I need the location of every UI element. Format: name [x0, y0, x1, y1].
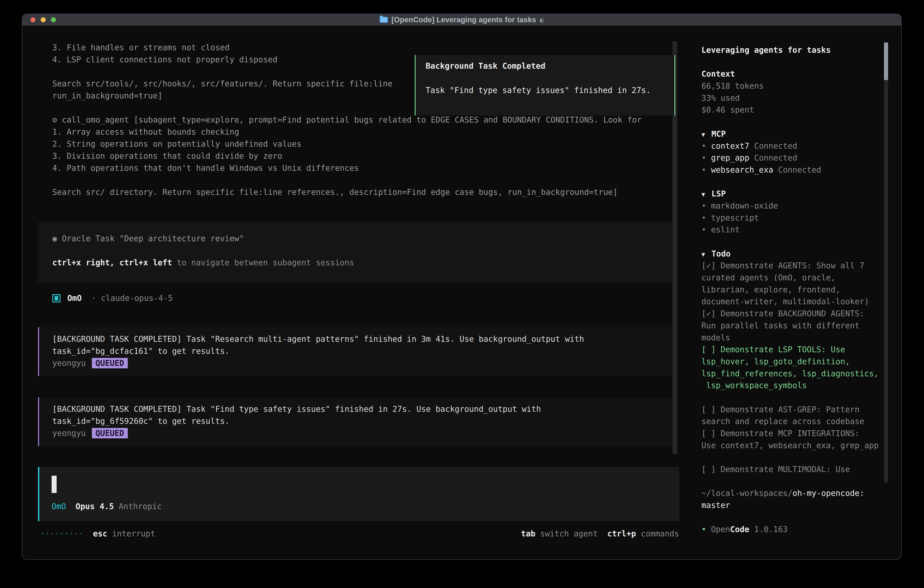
context-tokens: 66,518 tokens: [701, 80, 901, 92]
tool-call-text: call_omo_agent [subagent_type=explore, p…: [62, 115, 642, 124]
prompt-input[interactable]: OmO Opus 4.5 Anthropic: [38, 467, 679, 521]
text-cursor: [52, 476, 57, 493]
task-line: task_id="bg_dcfac161" to get results.: [52, 345, 676, 357]
input-model-name: Opus 4.5: [66, 502, 114, 511]
agent-icon: [52, 294, 61, 302]
bullet-icon: •: [701, 165, 706, 174]
triangle-down-icon: ▼: [701, 249, 711, 261]
tool-call-line: ⚙ call_omo_agent [subagent_type=explore,…: [52, 114, 642, 126]
todo-line: [ ] Demonstrate MULTIMODAL: Use: [701, 463, 901, 476]
spinner-dots-icon: ·········: [40, 528, 83, 540]
record-icon: ◉: [52, 234, 57, 243]
lsp-item: • markdown-oxide: [701, 200, 901, 212]
spacer: [701, 391, 901, 404]
todo-line: curated agents (OmO, oracle,: [701, 272, 901, 284]
spacer: [701, 236, 901, 248]
oracle-hint-keys: ctrl+x right, ctrl+x left: [52, 258, 172, 267]
input-provider-name: Anthropic: [114, 502, 162, 511]
agent-model: · claude-opus-4-5: [82, 292, 173, 304]
triangle-down-icon: ▼: [701, 188, 711, 201]
task-line: task_id="bg_6f59260c" to get results.: [52, 415, 676, 427]
status-badge: QUEUED: [92, 428, 128, 438]
spacer: [701, 511, 901, 524]
agent-header: OmO · claude-opus-4-5: [52, 292, 173, 304]
triangle-down-icon: ▼: [701, 129, 711, 141]
half-circle-icon: ◐: [540, 16, 544, 24]
task-result-card: [BACKGROUND TASK COMPLETED] Task "Find t…: [38, 397, 676, 446]
context-heading: Context: [701, 68, 901, 80]
terminal-line: 1. Array access without bounds checking: [52, 126, 642, 138]
bullet-icon: •: [701, 201, 706, 210]
window-title: [OpenCode] Leveraging agents for tasks: [391, 15, 536, 24]
status-dot-icon: •: [701, 525, 706, 534]
background-task-notification: Background Task Completed Task "Find typ…: [415, 55, 675, 116]
todo-line: models: [701, 332, 901, 344]
todo-section-header[interactable]: ▼Todo: [701, 248, 901, 260]
terminal-line: 4. Path operations that don't handle Win…: [52, 162, 642, 174]
session-title: Leveraging agents for tasks: [701, 44, 901, 56]
terminal-line: 3. File handles or streams not closed: [52, 41, 642, 54]
bullet-icon: •: [701, 153, 706, 162]
input-agent-name: OmO: [52, 502, 66, 511]
todo-line: [ ] Demonstrate MCP INTEGRATIONS:: [701, 428, 901, 439]
context-used: 33% used: [701, 92, 901, 104]
lsp-item: • eslint: [701, 224, 901, 236]
oracle-task-title: ◉ Oracle Task "Deep architecture review": [52, 233, 678, 244]
gear-icon: ⚙: [52, 115, 57, 124]
todo-line-active: lsp_workspace_symbols: [701, 380, 901, 391]
titlebar: [OpenCode] Leveraging agents for tasks ◐: [22, 14, 901, 26]
task-user: yeongyu: [52, 358, 86, 368]
todo-line: [ ] Demonstrate AST-GREP: Pattern: [701, 404, 901, 416]
notification-title: Background Task Completed: [426, 60, 674, 72]
task-line: [BACKGROUND TASK COMPLETED] Task "Resear…: [52, 333, 676, 345]
task-user: yeongyu: [52, 429, 86, 438]
workspace-branch: master: [701, 499, 901, 511]
mcp-section-header[interactable]: ▼MCP: [701, 128, 901, 140]
sidebar-scrollbar-track[interactable]: [884, 80, 888, 482]
terminal-window: [OpenCode] Leveraging agents for tasks ◐…: [22, 14, 902, 560]
spacer: [701, 116, 901, 128]
lsp-item: • typescript: [701, 212, 901, 224]
todo-line: document-writer, multimodal-looker): [701, 296, 901, 308]
oracle-hint: ctrl+x right, ctrl+x left to navigate be…: [52, 257, 678, 269]
todo-line-active: lsp_hover, lsp_goto_definition,: [701, 356, 901, 368]
agent-name: OmO: [67, 292, 82, 304]
mcp-item: • websearch_exa Connected: [701, 164, 901, 176]
task-line: [BACKGROUND TASK COMPLETED] Task "Find t…: [52, 403, 676, 415]
context-spent: $0.46 spent: [701, 104, 901, 116]
oracle-task-box: ◉ Oracle Task "Deep architecture review"…: [38, 222, 678, 282]
bullet-icon: •: [701, 213, 706, 222]
spacer: [701, 56, 901, 68]
workspace-path: ~/local-workspaces/oh-my-opencode:: [701, 487, 901, 499]
status-bar: ········· esc interrupt tab switch agent…: [40, 528, 679, 540]
bullet-icon: •: [701, 141, 706, 150]
terminal-line: 2. String operations on potentially unde…: [52, 138, 642, 150]
version-line: • OpenCode 1.0.163: [701, 524, 901, 535]
notification-spacer: [426, 72, 674, 84]
todo-line-active: lsp_find_references, lsp_diagnostics,: [701, 368, 901, 380]
spacer: [701, 176, 901, 188]
folder-icon: [380, 17, 388, 23]
spacer: [701, 476, 901, 487]
task-meta: yeongyuQUEUED: [52, 357, 676, 369]
todo-line: [✓] Demonstrate AGENTS: Show all 7: [701, 260, 901, 272]
task-meta: yeongyuQUEUED: [52, 427, 676, 439]
spacer: [701, 451, 901, 463]
todo-line: search and replace across codebase: [701, 415, 901, 428]
session-sidebar: Leveraging agents for tasks Context 66,5…: [701, 44, 901, 535]
mcp-item: • grep_app Connected: [701, 152, 901, 164]
lsp-section-header[interactable]: ▼LSP: [701, 188, 901, 200]
oracle-spacer: [52, 244, 678, 257]
todo-line: Use context7, websearch_exa, grep_app: [701, 439, 901, 452]
sidebar-scrollbar-thumb[interactable]: [884, 43, 888, 80]
esc-hint: esc interrupt: [83, 528, 155, 540]
bullet-icon: •: [701, 225, 706, 234]
task-result-card: [BACKGROUND TASK COMPLETED] Task "Resear…: [38, 327, 676, 376]
model-row: OmO Opus 4.5 Anthropic: [52, 500, 162, 512]
todo-line: [✓] Demonstrate BACKGROUND AGENTS:: [701, 308, 901, 320]
window-title-area: [OpenCode] Leveraging agents for tasks ◐: [22, 14, 901, 25]
terminal-line: [52, 174, 642, 186]
terminal-line: Search src/ directory. Return specific f…: [52, 186, 642, 198]
oracle-title-text: Oracle Task "Deep architecture review": [62, 234, 244, 243]
todo-line: librarian, explore, frontend,: [701, 284, 901, 296]
